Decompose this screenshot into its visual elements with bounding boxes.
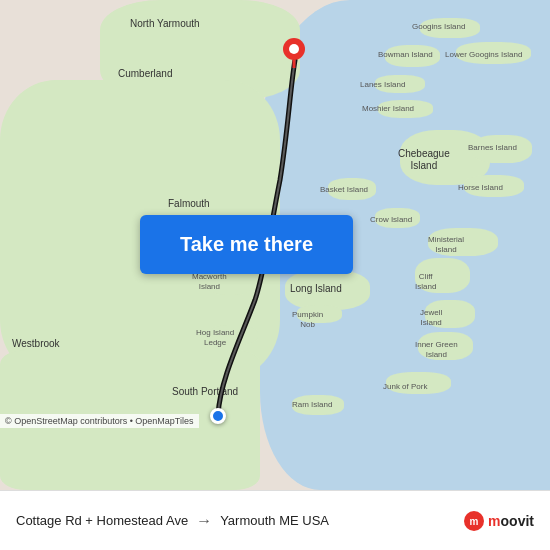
arrow-right-icon: → bbox=[196, 512, 212, 530]
label-moshier: Moshier Island bbox=[362, 104, 414, 113]
label-crow: Crow Island bbox=[370, 215, 412, 224]
svg-text:m: m bbox=[470, 516, 479, 527]
destination-marker bbox=[283, 38, 305, 68]
attribution-text: © OpenStreetMap contributors • OpenMapTi… bbox=[0, 414, 199, 428]
label-hog: Hog IslandLedge bbox=[196, 328, 234, 347]
label-falmouth: Falmouth bbox=[168, 198, 210, 209]
label-junk-of-pork: Junk of Pork bbox=[383, 382, 427, 391]
label-basket: Basket Island bbox=[320, 185, 368, 194]
take-me-there-button[interactable]: Take me there bbox=[140, 215, 353, 274]
label-bowman: Bowman Island bbox=[378, 50, 433, 59]
label-long-island: Long Island bbox=[290, 283, 342, 294]
bottom-bar: Cottage Rd + Homestead Ave → Yarmouth ME… bbox=[0, 490, 550, 550]
label-lower-googins: Lower Googins Island bbox=[445, 50, 522, 59]
label-inner-green: Inner GreenIsland bbox=[415, 340, 458, 359]
to-location: Yarmouth ME USA bbox=[220, 513, 329, 528]
label-horse: Horse Island bbox=[458, 183, 503, 192]
label-westbrook: Westbrook bbox=[12, 338, 60, 349]
label-cumberland: Cumberland bbox=[118, 68, 172, 79]
moovit-icon: m bbox=[463, 510, 485, 532]
label-ministerial: MinisterialIsland bbox=[428, 235, 464, 254]
label-jewell: JewellIsland bbox=[420, 308, 442, 327]
label-pumpkin-nob: PumpkinNob bbox=[292, 310, 323, 329]
label-north-yarmouth: North Yarmouth bbox=[130, 18, 200, 29]
label-macworth: MacworthIsland bbox=[192, 272, 227, 291]
moovit-text-label: moovit bbox=[488, 513, 534, 529]
label-ram-island: Ram Island bbox=[292, 400, 332, 409]
label-googins: Googins Island bbox=[412, 22, 465, 31]
origin-marker bbox=[210, 408, 226, 424]
label-south-portland: South Portland bbox=[172, 386, 238, 397]
label-chebeague: ChebeagueIsland bbox=[398, 148, 450, 172]
from-location: Cottage Rd + Homestead Ave bbox=[16, 513, 188, 528]
map-container: North Yarmouth Cumberland Googins Island… bbox=[0, 0, 550, 490]
label-lanes: Lanes Island bbox=[360, 80, 405, 89]
svg-point-1 bbox=[289, 44, 299, 54]
route-info: Cottage Rd + Homestead Ave → Yarmouth ME… bbox=[16, 512, 329, 530]
moovit-logo: m moovit bbox=[463, 510, 534, 532]
label-cliff: CliffIsland bbox=[415, 272, 436, 291]
label-barnes: Barnes Island bbox=[468, 143, 517, 152]
